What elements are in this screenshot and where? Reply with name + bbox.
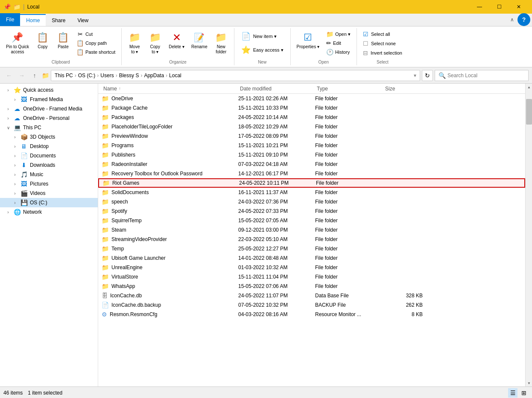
rename-button[interactable]: 📝 Rename <box>189 30 210 51</box>
history-button[interactable]: 🕐 History <box>324 48 353 56</box>
table-row[interactable]: 📁 Steam 09-12-2021 03:00 PM File folder <box>98 225 525 235</box>
table-row[interactable]: 📁 Ubisoft Game Launcher 14-01-2022 08:48… <box>98 253 525 263</box>
sidebar-item-network[interactable]: › 🌐 Network <box>0 207 98 217</box>
table-row[interactable]: 📁 Programs 15-11-2021 10:21 PM File fold… <box>98 141 525 150</box>
col-header-name[interactable]: Name ↑ <box>102 86 238 92</box>
sidebar-item-pictures[interactable]: › 🖼 Pictures <box>0 179 98 189</box>
move-to-button[interactable]: 📁 Moveto ▾ <box>125 30 144 56</box>
title-bar: 📌 📁 | Local — ☐ ✕ <box>0 0 532 14</box>
tab-file[interactable]: File <box>0 13 20 26</box>
paste-button[interactable]: 📋 Paste <box>54 30 73 51</box>
table-row[interactable]: 🗄 IconCache.db 24-05-2022 11:07 PM Data … <box>98 291 525 300</box>
invert-selection-button[interactable]: ⊟ Invert selection <box>360 49 405 57</box>
table-row[interactable]: 📁 Package Cache 15-11-2021 10:33 PM File… <box>98 103 525 113</box>
select-all-icon: ☑ <box>363 31 368 38</box>
table-row[interactable]: ⚙ Resmon.ResmonCfg 04-03-2022 08:16 AM R… <box>98 310 525 319</box>
table-row[interactable]: 📁 OneDrive 25-11-2021 02:26 AM File fold… <box>98 94 525 103</box>
table-row[interactable]: 📁 PlaceholderTileLogoFolder 18-05-2022 1… <box>98 122 525 131</box>
db-icon: 🗄 <box>102 292 108 299</box>
sidebar-item-os-c[interactable]: › 💾 OS (C:) <box>0 198 98 207</box>
copy-path-button[interactable]: 📋 Copy path <box>74 39 118 47</box>
sidebar-item-desktop[interactable]: › 🖥 Desktop <box>0 142 98 151</box>
view-tiles-button[interactable]: ⊞ <box>519 388 529 398</box>
forward-button[interactable]: → <box>16 70 27 81</box>
table-row[interactable]: 📁 Packages 24-05-2022 10:14 AM File fold… <box>98 113 525 122</box>
help-button[interactable]: ? <box>517 13 530 26</box>
new-item-button[interactable]: 📄 New item ▾ <box>238 30 280 43</box>
search-input[interactable] <box>447 73 525 78</box>
paste-shortcut-button[interactable]: 📋 Paste shortcut <box>74 48 118 56</box>
sidebar-item-onedrive-framed[interactable]: › ☁ OneDrive - Framed Media <box>0 104 98 113</box>
up-button[interactable]: ↑ <box>29 70 40 81</box>
table-row[interactable]: 📄 IconCache.db.backup 07-05-2022 10:32 P… <box>98 300 525 310</box>
select-none-icon: ☐ <box>363 40 368 47</box>
delete-button[interactable]: ✕ Delete ▾ <box>166 30 187 51</box>
table-row[interactable]: 📁 Riot Games 24-05-2022 10:11 PM File fo… <box>98 178 525 188</box>
table-row[interactable]: 📁 Temp 25-05-2022 12:27 PM File folder <box>98 244 525 253</box>
select-none-button[interactable]: ☐ Select none <box>360 39 398 48</box>
breadcrumb-this-pc[interactable]: This PC <box>55 73 73 78</box>
ribbon-collapse-icon[interactable]: ∧ <box>509 15 516 24</box>
copy-icon: 📋 <box>37 32 49 44</box>
breadcrumb-appdata[interactable]: AppData <box>144 73 164 78</box>
close-button[interactable]: ✕ <box>509 0 529 14</box>
table-row[interactable]: 📁 Recovery Toolbox for Outlook Password … <box>98 169 525 178</box>
sidebar-item-music[interactable]: › 🎵 Music <box>0 170 98 179</box>
new-group-content: 📄 New item ▾ ⭐ Easy access ▾ <box>238 28 287 59</box>
sidebar-item-this-pc[interactable]: ∨ 💻 This PC <box>0 123 98 132</box>
cut-button[interactable]: ✂ Cut <box>74 30 118 38</box>
search-box: 🔍 <box>435 70 529 81</box>
table-row[interactable]: 📁 speech 24-03-2022 07:36 PM File folder <box>98 197 525 206</box>
copy-to-button[interactable]: 📁 Copyto ▾ <box>146 30 164 56</box>
maximize-button[interactable]: ☐ <box>489 0 509 14</box>
network-icon: 🌐 <box>14 209 20 215</box>
sidebar-item-videos[interactable]: › 🎬 Videos <box>0 189 98 198</box>
table-row[interactable]: 📁 WhatsApp 15-05-2022 07:06 AM File fold… <box>98 282 525 291</box>
table-row[interactable]: 📁 SolidDocuments 16-11-2021 11:37 AM Fil… <box>98 188 525 197</box>
breadcrumb-blessy[interactable]: Blessy S <box>119 73 139 78</box>
table-row[interactable]: 📁 RadeonInstaller 07-03-2022 04:18 AM Fi… <box>98 160 525 169</box>
clipboard-group-content: 📌 Pin to Quickaccess 📋 Copy 📋 Paste ✂ Cu… <box>3 28 118 59</box>
table-row[interactable]: 📁 Spotify 24-05-2022 07:33 PM File folde… <box>98 206 525 216</box>
tab-view[interactable]: View <box>71 15 94 26</box>
back-button[interactable]: ← <box>3 70 15 81</box>
breadcrumb-os-c[interactable]: OS (C:) <box>78 73 96 78</box>
scrollbar-up[interactable]: ▲ <box>526 84 532 90</box>
col-header-date[interactable]: Date modified <box>238 86 315 92</box>
table-row[interactable]: 📁 VirtualStore 15-11-2021 11:04 PM File … <box>98 272 525 282</box>
scrollbar-thumb[interactable] <box>526 99 532 125</box>
breadcrumb-users[interactable]: Users <box>100 73 114 78</box>
table-row[interactable]: 📁 PreviewWindow 17-05-2022 08:09 PM File… <box>98 131 525 141</box>
table-row[interactable]: 📁 UnrealEngine 01-03-2022 10:32 AM File … <box>98 263 525 272</box>
tab-share[interactable]: Share <box>46 15 71 26</box>
select-all-button[interactable]: ☑ Select all <box>360 30 393 38</box>
scrollbar-down[interactable]: ▼ <box>526 380 532 386</box>
edit-button[interactable]: ✏ Edit <box>324 39 353 47</box>
breadcrumb[interactable]: This PC › OS (C:) › Users › Blessy S › A… <box>51 70 420 81</box>
view-details-button[interactable]: ☰ <box>508 388 517 398</box>
file-date: 14-12-2021 06:17 PM <box>238 171 315 177</box>
minimize-button[interactable]: — <box>470 0 489 14</box>
onedrive-personal-icon: ☁ <box>14 115 20 122</box>
open-button[interactable]: 📁 Open ▾ <box>324 30 353 38</box>
sidebar-item-quick-access[interactable]: › ⭐ Quick access <box>0 85 98 95</box>
pin-to-quick-access-button[interactable]: 📌 Pin to Quickaccess <box>3 30 32 56</box>
table-row[interactable]: 📁 SquirrelTemp 15-05-2022 07:05 AM File … <box>98 216 525 225</box>
table-row[interactable]: 📁 StreamingVideoProvider 22-03-2022 05:1… <box>98 235 525 244</box>
sidebar-item-documents[interactable]: › 📄 Documents <box>0 151 98 160</box>
table-row[interactable]: 📁 Publishers 15-11-2021 09:10 PM File fo… <box>98 150 525 160</box>
refresh-button[interactable]: ↻ <box>422 70 433 81</box>
sidebar-item-onedrive-personal[interactable]: › ☁ OneDrive - Personal <box>0 113 98 123</box>
breadcrumb-local[interactable]: Local <box>169 73 181 78</box>
tab-home[interactable]: Home <box>20 14 46 26</box>
sidebar-item-3d-objects[interactable]: › 📦 3D Objects <box>0 132 98 142</box>
sidebar-item-downloads[interactable]: › ⬇ Downloads <box>0 160 98 170</box>
easy-access-button[interactable]: ⭐ Easy access ▾ <box>238 44 287 56</box>
new-folder-button[interactable]: 📁 Newfolder <box>212 30 231 56</box>
file-date: 15-11-2021 11:04 PM <box>238 274 315 280</box>
sidebar-item-framed-media[interactable]: › 🖼 Framed Media <box>0 95 98 104</box>
col-header-size[interactable]: Size <box>383 86 426 92</box>
col-header-type[interactable]: Type <box>315 86 383 92</box>
properties-button[interactable]: ☑ Properties ▾ <box>294 30 322 51</box>
copy-button[interactable]: 📋 Copy <box>33 30 52 51</box>
